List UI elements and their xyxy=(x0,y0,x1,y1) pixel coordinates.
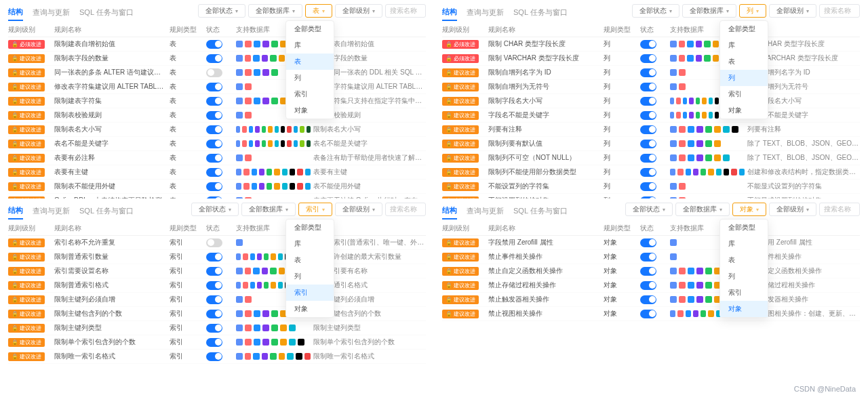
level-filter[interactable]: 全部级别▾ xyxy=(335,4,382,18)
tab-2[interactable]: SQL 任务与窗口 xyxy=(513,203,568,219)
rule-name[interactable]: 限制普通索引数量 xyxy=(54,252,167,262)
rule-name[interactable]: 限制表字段的数量 xyxy=(54,54,167,63)
rule-name[interactable]: 修改表字符集建议用 ALTER TABLE CONVERT 语法 xyxy=(54,82,167,91)
status-filter[interactable]: 全部状态▾ xyxy=(625,203,673,216)
rule-name[interactable]: 禁止存储过程相关操作 xyxy=(488,280,601,290)
rule-name[interactable]: 限制单个索引包含列的个数 xyxy=(54,337,167,347)
type-option[interactable]: 表 xyxy=(720,54,768,70)
rule-name[interactable]: 禁止视图相关操作 xyxy=(488,309,601,318)
level-filter[interactable]: 全部级别▾ xyxy=(335,203,382,216)
rule-name[interactable]: 表要有主键 xyxy=(54,167,167,177)
rule-name[interactable]: 限制表校验规则 xyxy=(54,110,167,120)
type-option[interactable]: 列 xyxy=(720,268,768,285)
status-switch[interactable] xyxy=(640,253,656,262)
tab-0[interactable]: 结构 xyxy=(8,4,23,21)
status-switch[interactable] xyxy=(206,238,222,247)
status-switch[interactable] xyxy=(640,310,656,318)
type-option[interactable]: 对象 xyxy=(720,301,768,317)
type-option[interactable]: 库 xyxy=(720,37,768,54)
rule-name[interactable]: 表名不能是关键字 xyxy=(54,139,167,148)
rule-name[interactable]: 限制唯一索引名格式 xyxy=(54,352,167,361)
type-option[interactable]: 全部类型 xyxy=(720,220,768,236)
status-filter[interactable]: 全部状态▾ xyxy=(632,4,679,18)
search-input[interactable]: 搜索名称 xyxy=(385,4,426,18)
status-switch[interactable] xyxy=(206,281,222,290)
status-switch[interactable] xyxy=(640,140,656,148)
type-option[interactable]: 表 xyxy=(286,252,334,268)
type-option[interactable]: 对象 xyxy=(286,301,334,317)
type-option[interactable]: 库 xyxy=(720,236,768,252)
rule-name[interactable]: 限制列要有默认值 xyxy=(488,139,601,148)
status-switch[interactable] xyxy=(206,295,222,304)
rule-name[interactable]: 字段禁用 Zerofill 属性 xyxy=(488,238,601,247)
tab-1[interactable]: 查询与更新 xyxy=(33,203,70,219)
rule-name[interactable]: 限制自增列名字为 ID xyxy=(488,68,601,77)
search-input[interactable]: 搜索名称 xyxy=(819,203,860,216)
type-option[interactable]: 列 xyxy=(286,268,334,285)
type-option[interactable]: 库 xyxy=(286,236,334,252)
tab-2[interactable]: SQL 任务与窗口 xyxy=(79,5,134,20)
level-filter[interactable]: 全部级别▾ xyxy=(769,203,816,216)
rule-name[interactable]: 限制普通索引格式 xyxy=(54,280,167,290)
type-filter[interactable]: 索引▾ xyxy=(298,203,332,216)
type-option[interactable]: 列 xyxy=(286,70,334,86)
type-option[interactable]: 对象 xyxy=(720,102,768,119)
rule-name[interactable]: 索引名称不允许重复 xyxy=(54,238,167,247)
status-switch[interactable] xyxy=(640,125,656,134)
rule-name[interactable]: 限制 VARCHAR 类型字段长度 xyxy=(488,54,601,63)
status-switch[interactable] xyxy=(206,352,222,361)
rule-name[interactable]: 禁止触发器相关操作 xyxy=(488,295,601,304)
db-filter[interactable]: 全部数据库▾ xyxy=(241,203,296,216)
rule-name[interactable]: 同一张表的多条 ALTER 语句建议合为一条 xyxy=(54,68,167,77)
type-option[interactable]: 索引 xyxy=(720,285,768,301)
tab-0[interactable]: 结构 xyxy=(442,4,457,21)
type-dropdown[interactable]: 全部类型库表列索引对象 xyxy=(719,20,768,119)
rule-name[interactable]: 限制建表字符集 xyxy=(54,96,167,106)
type-filter[interactable]: 对象▾ xyxy=(732,203,766,216)
status-switch[interactable] xyxy=(206,267,222,276)
rule-name[interactable]: 字段名不能是关键字 xyxy=(488,110,601,120)
status-switch[interactable] xyxy=(206,111,222,120)
tab-0[interactable]: 结构 xyxy=(8,203,23,220)
status-filter[interactable]: 全部状态▾ xyxy=(198,4,245,18)
search-input[interactable]: 搜索名称 xyxy=(385,203,426,216)
status-switch[interactable] xyxy=(206,125,222,134)
type-filter[interactable]: 表▾ xyxy=(305,4,332,18)
type-option[interactable]: 索引 xyxy=(720,86,768,102)
db-filter[interactable]: 全部数据库▾ xyxy=(675,203,730,216)
rule-name[interactable]: 不能设置列的字符集 xyxy=(488,182,601,191)
status-switch[interactable] xyxy=(640,281,656,290)
rule-name[interactable]: 表要有必注释 xyxy=(54,153,167,163)
db-filter[interactable]: 全部数据库▾ xyxy=(248,4,302,18)
status-switch[interactable] xyxy=(206,40,222,49)
status-switch[interactable] xyxy=(206,338,222,347)
rule-name[interactable]: 禁止自定义函数相关操作 xyxy=(488,266,601,276)
rule-name[interactable]: 限制主键包含列的个数 xyxy=(54,309,167,318)
rule-name[interactable]: 索引需要设置名称 xyxy=(54,266,167,276)
status-switch[interactable] xyxy=(640,68,656,77)
rule-name[interactable]: 限制自增列为无符号 xyxy=(488,82,601,91)
rule-name[interactable]: 限制列不可空（NOT NULL） xyxy=(488,153,601,163)
status-switch[interactable] xyxy=(206,168,222,177)
type-option[interactable]: 全部类型 xyxy=(286,21,334,37)
search-input[interactable]: 搜索名称 xyxy=(819,4,860,18)
status-switch[interactable] xyxy=(640,295,656,304)
status-switch[interactable] xyxy=(640,97,656,106)
tab-1[interactable]: 查询与更新 xyxy=(33,5,70,20)
status-switch[interactable] xyxy=(640,54,656,63)
tab-1[interactable]: 查询与更新 xyxy=(467,203,504,219)
rule-name[interactable]: 禁止事件相关操作 xyxy=(488,252,601,262)
status-switch[interactable] xyxy=(640,267,656,276)
rule-name[interactable]: 限制建表自增初始值 xyxy=(54,39,167,49)
tab-1[interactable]: 查询与更新 xyxy=(467,5,504,20)
status-filter[interactable]: 全部状态▾ xyxy=(191,203,239,216)
status-switch[interactable] xyxy=(640,83,656,91)
status-switch[interactable] xyxy=(640,40,656,49)
tab-2[interactable]: SQL 任务与窗口 xyxy=(79,203,134,219)
level-filter[interactable]: 全部级别▾ xyxy=(769,4,816,18)
status-switch[interactable] xyxy=(640,154,656,163)
type-option[interactable]: 全部类型 xyxy=(720,21,768,37)
type-option[interactable]: 表 xyxy=(720,252,768,268)
rule-name[interactable]: 限制表名大小写 xyxy=(54,125,167,134)
type-option[interactable]: 索引 xyxy=(286,86,334,102)
